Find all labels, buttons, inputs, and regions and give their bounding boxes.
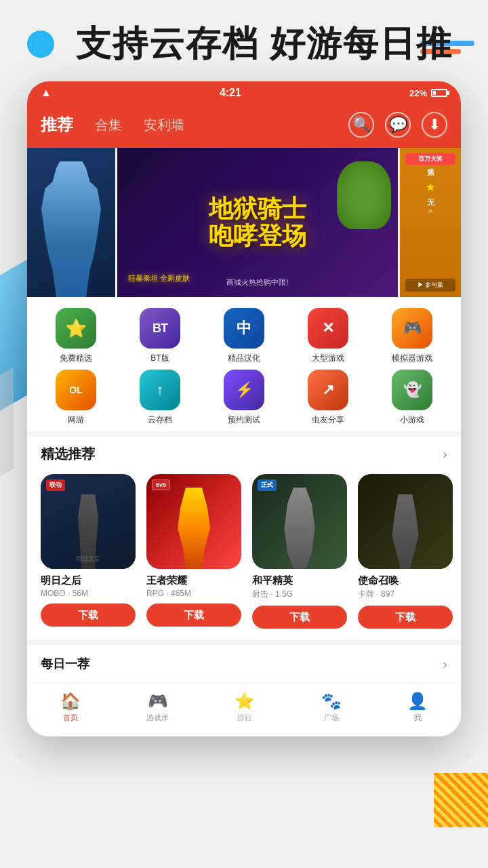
promo-free: 无	[405, 197, 455, 207]
cat-emulator[interactable]: 🎮 模拟器游戏	[370, 308, 454, 364]
game-name-1: 王者荣耀	[146, 574, 241, 587]
badge-1: 5v5	[152, 479, 170, 490]
app-logo-dot	[27, 31, 54, 58]
cat-free-icon: ⭐	[56, 308, 96, 349]
phone-frame: ▲ 4:21 22% 推荐 合集 安利墙 🔍 💬 ⬇ 地狱骑士咆哮登场 狂暴泰坦…	[27, 81, 461, 736]
plaza-icon: 🐾	[321, 692, 342, 711]
status-bar: ▲ 4:21 22%	[27, 81, 461, 104]
library-icon: 🎮	[148, 692, 168, 711]
download-btn-0[interactable]: 下载	[41, 604, 136, 627]
game-cards-container: 联动 明日之后 MOBO · 56M 下载 5v5 王者荣耀 RPG · 465…	[27, 469, 461, 639]
cat-online-icon: OL	[56, 370, 96, 410]
cat-chinese-icon: 中	[224, 308, 264, 349]
promo-rank: 第	[405, 167, 455, 177]
cat-bt[interactable]: BT BT版	[118, 308, 202, 364]
cat-chinese-label: 精品汉化	[228, 353, 260, 364]
cat-mini-games[interactable]: 👻 小游戏	[370, 370, 454, 426]
status-right: 22%	[409, 88, 447, 98]
profile-icon: 👤	[407, 692, 428, 711]
nav-plaza-label: 广场	[324, 713, 339, 723]
cat-chinese[interactable]: 中 精品汉化	[202, 308, 286, 364]
cat-mini-label: 小游戏	[400, 414, 424, 426]
tab-recommend-wall[interactable]: 安利墙	[133, 113, 195, 137]
cat-large-label: 大型游戏	[312, 353, 344, 364]
char-art-1	[167, 488, 221, 569]
wifi-icon: ▲	[41, 87, 52, 99]
cat-share[interactable]: ↗ 虫友分享	[286, 370, 370, 426]
banner-right-promo[interactable]: 百万大奖 第 ★ 无 A ▶ 参与赢	[400, 148, 461, 297]
banner-main-game[interactable]: 地狱骑士咆哮登场 狂暴泰坦 全新皮肤 商城火热抢购中限!	[117, 148, 398, 297]
category-grid: ⭐ 免费精选 BT BT版 中 精品汉化 ✕ 大型游戏 🎮 模拟器游戏 OL 网…	[27, 297, 461, 431]
cat-bt-icon: BT	[140, 308, 180, 349]
app-tagline: 支持云存档 好游每日推	[68, 20, 461, 68]
nav-me-label: 我	[414, 713, 422, 723]
nav-home[interactable]: 🏠 首页	[49, 689, 92, 726]
promo-award: ★	[405, 180, 455, 195]
banner-title: 地狱骑士咆哮登场	[209, 195, 306, 249]
tab-recommended[interactable]: 推荐	[41, 111, 84, 138]
bottom-arrow[interactable]: ›	[443, 656, 447, 672]
bottom-navigation: 🏠 首页 🎮 游戏库 ⭐ 排行 🐾 广场 👤 我	[27, 683, 461, 736]
download-btn-3[interactable]: 下载	[358, 606, 453, 629]
download-btn-1[interactable]: 下载	[146, 604, 241, 627]
tab-collection[interactable]: 合集	[84, 113, 133, 137]
cat-emulator-icon: 🎮	[392, 308, 432, 349]
cat-large-icon: ✕	[308, 308, 348, 349]
nav-plaza[interactable]: 🐾 广场	[310, 689, 352, 726]
nav-library[interactable]: 🎮 游戏库	[136, 689, 180, 726]
message-icon-button[interactable]: 💬	[385, 112, 411, 138]
char-art-2	[269, 488, 330, 569]
cat-share-icon: ↗	[308, 370, 348, 410]
game-card-1[interactable]: 5v5 王者荣耀 RPG · 465M 下载	[146, 474, 241, 629]
cat-cloud-icon: ↑	[140, 370, 180, 410]
featured-section-header: 精选推荐 ›	[27, 431, 461, 469]
banner-subtitle: 商城火热抢购中限!	[117, 277, 398, 288]
game-thumb-1: 5v5	[146, 474, 241, 569]
battery-icon	[431, 89, 447, 97]
cat-beta-icon: ⚡	[224, 370, 264, 410]
featured-title: 精选推荐	[41, 445, 95, 463]
cat-beta[interactable]: ⚡ 预约测试	[202, 370, 286, 426]
badge-0: 联动	[46, 479, 65, 491]
status-time: 4:21	[220, 87, 241, 99]
cat-share-label: 虫友分享	[312, 414, 344, 426]
nav-me[interactable]: 👤 我	[396, 689, 439, 726]
banner-left-game[interactable]	[27, 148, 115, 297]
bottom-section: 每日一荐 ›	[27, 639, 461, 683]
cat-online[interactable]: OL 网游	[34, 370, 118, 426]
search-icon-button[interactable]: 🔍	[348, 112, 374, 138]
top-navigation: 推荐 合集 安利墙 🔍 💬 ⬇	[27, 104, 461, 148]
game-thumb-0: 联动	[41, 474, 136, 569]
featured-more-arrow[interactable]: ›	[443, 446, 447, 462]
cat-cloud[interactable]: ↑ 云存档	[118, 370, 202, 426]
monster-decoration	[337, 161, 391, 229]
game-meta-0: MOBO · 56M	[41, 589, 136, 598]
cat-bt-label: BT版	[150, 353, 169, 364]
game-card-0[interactable]: 联动 明日之后 MOBO · 56M 下载	[41, 474, 136, 629]
cat-free-label: 免费精选	[60, 353, 92, 364]
nav-ranking-label: 排行	[237, 713, 252, 723]
game-meta-2: 射击 · 1.5G	[252, 589, 347, 600]
game-card-2[interactable]: 正式 和平精英 射击 · 1.5G 下载	[252, 474, 347, 629]
game-name-2: 和平精英	[252, 574, 347, 587]
ranking-icon: ⭐	[235, 692, 255, 711]
nav-ranking[interactable]: ⭐ 排行	[224, 689, 266, 726]
home-icon: 🏠	[60, 692, 81, 711]
game-card-3[interactable]: CALLDUTY 使命召唤 卡牌 · 897 下载	[358, 474, 453, 629]
game-name-3: 使命召唤	[358, 574, 453, 587]
badge-2: 正式	[258, 479, 277, 491]
game-thumb-2: 正式	[252, 474, 347, 569]
download-btn-2[interactable]: 下载	[252, 606, 347, 629]
cat-beta-label: 预约测试	[228, 414, 260, 426]
game-meta-3: 卡牌 · 897	[358, 589, 453, 600]
promo-cta[interactable]: ▶ 参与赢	[405, 279, 455, 292]
game-thumb-3: CALLDUTY	[358, 474, 453, 569]
nav-library-label: 游戏库	[146, 713, 169, 723]
cat-free-picks[interactable]: ⭐ 免费精选	[34, 308, 118, 364]
cat-emulator-label: 模拟器游戏	[392, 353, 432, 364]
cat-large-games[interactable]: ✕ 大型游戏	[286, 308, 370, 364]
game-name-0: 明日之后	[41, 574, 136, 587]
bottom-title: 每日一荐	[41, 656, 89, 672]
nav-home-label: 首页	[63, 713, 78, 723]
download-icon-button[interactable]: ⬇	[422, 112, 447, 138]
